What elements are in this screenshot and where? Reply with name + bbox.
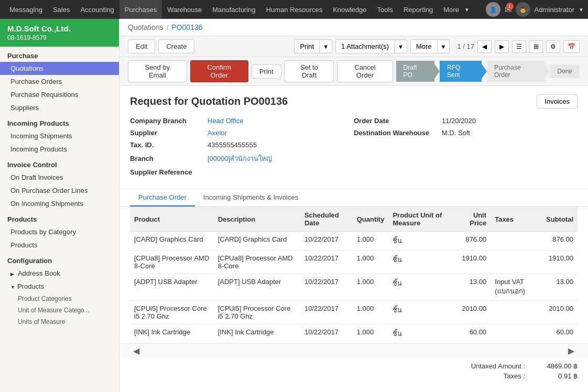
sidebar-item-po-lines[interactable]: On Purchase Order Lines: [0, 184, 119, 197]
tab-incoming-shipments[interactable]: Incoming Shipments & Invoices: [195, 189, 307, 206]
supplier-value[interactable]: Axelor: [208, 129, 227, 137]
admin-label[interactable]: Administrator: [535, 6, 575, 14]
profile-avatar[interactable]: 👨: [516, 2, 530, 17]
branch-label: Branch: [130, 155, 203, 162]
confirm-order-button[interactable]: Confirm Order: [190, 60, 248, 82]
company-branch-value[interactable]: Head Office: [208, 117, 243, 125]
sidebar-item-incoming-shipments[interactable]: Incoming Shipments: [0, 129, 119, 143]
attachment-dropdown[interactable]: 1 Attachment(s) ▼: [335, 39, 407, 53]
cell-subtotal-1: 1910.00: [542, 251, 578, 274]
sidebar-item-quotations[interactable]: Quotations: [0, 62, 119, 75]
table-row[interactable]: [CPUa8] Processor AMD 8-Core [CPUa8] Pro…: [130, 251, 578, 274]
nav-item-manufacturing[interactable]: Manufacturing: [207, 0, 260, 19]
sidebar-item-incoming-products[interactable]: Incoming Products: [0, 143, 119, 156]
attachment-arrow-button[interactable]: ▼: [395, 41, 407, 52]
sidebar-item-uom-categ[interactable]: Unit of Measure Catego...: [0, 304, 119, 316]
tab-purchase-order[interactable]: Purchase Order: [130, 189, 195, 206]
send-by-email-button[interactable]: Send by Email: [128, 60, 187, 82]
sidebar-item-products[interactable]: Products: [0, 238, 119, 252]
cell-price-4: 60.00: [453, 324, 491, 343]
table-row[interactable]: [ADPT] USB Adapter [ADPT] USB Adapter 10…: [130, 274, 578, 301]
cell-price-1: 1910.00: [453, 251, 491, 274]
set-to-draft-button[interactable]: Set to Draft: [285, 60, 334, 82]
branch-value[interactable]: [00000]สำนักงานใหญ่: [208, 153, 272, 164]
sidebar-item-products-config[interactable]: ▼Products: [0, 280, 119, 293]
cancel-order-button[interactable]: Cancel Order: [337, 60, 393, 82]
nav-item-hr[interactable]: Human Resources: [261, 0, 328, 19]
more-button[interactable]: More: [411, 40, 438, 53]
nav-item-accounting[interactable]: Accounting: [75, 0, 119, 19]
form-title: Request for Quotation PO00136: [130, 95, 288, 107]
nav-item-messaging[interactable]: Messaging: [4, 0, 48, 19]
page-info: 1 / 17: [457, 42, 474, 50]
mail-icon-wrap[interactable]: ✉ 1: [505, 5, 511, 15]
settings-view-button[interactable]: ⚙: [546, 40, 560, 53]
nav-item-more[interactable]: More: [438, 0, 464, 19]
form-row-order-date: Order Date 11/20/2020: [354, 117, 578, 125]
sidebar-item-address-book[interactable]: ▶ Address Book: [0, 267, 119, 280]
card-view-button[interactable]: ⊞: [529, 40, 543, 53]
table-row[interactable]: [CPUi5] Processor Core i5 2.70 Ghz [CPUi…: [130, 301, 578, 324]
calendar-view-button[interactable]: 📅: [563, 40, 580, 53]
pipeline-step-purchase-order[interactable]: Purchase Order: [487, 61, 545, 82]
table-row[interactable]: [CARD] Graphics Card [CARD] Graphics Car…: [130, 232, 578, 251]
print-arrow-button[interactable]: ▼: [320, 41, 332, 52]
cell-desc-3: [CPUi5] Processor Core i5 2.70 Ghz: [214, 301, 300, 324]
breadcrumb: Quotations / PO00136: [119, 19, 588, 36]
nav-item-knowledge[interactable]: Knowledge: [328, 0, 372, 19]
untaxed-label: Untaxed Amount :: [457, 362, 525, 370]
prev-page-button[interactable]: ◀: [477, 40, 492, 53]
invoices-button[interactable]: Invoices: [537, 94, 578, 108]
nav-item-sales[interactable]: Sales: [48, 0, 75, 19]
edit-button[interactable]: Edit: [128, 39, 155, 53]
cell-product-4: [INK] Ink Cartridge: [130, 324, 214, 343]
scroll-right-arrow[interactable]: ▶: [565, 346, 578, 356]
company-phone: 08-1619-8579: [7, 34, 112, 41]
breadcrumb-parent[interactable]: Quotations: [128, 23, 164, 31]
sidebar-item-suppliers[interactable]: Suppliers: [0, 101, 119, 114]
order-table: Product Description Scheduled Date Quant…: [130, 207, 578, 343]
nav-item-more-arrow: ▼: [464, 7, 470, 13]
sidebar-item-draft-invoices[interactable]: On Draft Invoices: [0, 171, 119, 184]
cell-desc-0: [CARD] Graphics Card: [214, 232, 300, 251]
attachment-button[interactable]: 1 Attachment(s): [336, 40, 395, 53]
cell-uom-1: ชิ้น: [388, 251, 453, 274]
table-scroll-bar[interactable]: ◀ ▶: [119, 343, 588, 358]
print-action-button[interactable]: Print: [252, 64, 281, 79]
create-button[interactable]: Create: [158, 39, 194, 53]
nav-item-reporting[interactable]: Reporting: [398, 0, 438, 19]
cell-desc-2: [ADPT] USB Adapter: [214, 274, 300, 301]
sidebar-item-purchase-requisitions[interactable]: Purchase Requisitions: [0, 88, 119, 101]
user-avatar: 👤: [486, 2, 500, 17]
sidebar-item-products-by-category[interactable]: Products by Category: [0, 225, 119, 238]
taxid-value: 4355555455555: [208, 141, 257, 149]
tabs-bar: Purchase Order Incoming Shipments & Invo…: [119, 189, 588, 207]
pipeline-step-rfq-sent[interactable]: RFQ Sent: [440, 61, 482, 82]
sidebar-item-purchase-orders[interactable]: Purchase Orders: [0, 75, 119, 88]
sidebar-item-incoming-shipments-inv[interactable]: On Incoming Shipments: [0, 197, 119, 210]
form-row-supplier: Supplier Axelor: [130, 129, 354, 137]
sidebar-item-uom[interactable]: Units of Measure: [0, 316, 119, 328]
print-button[interactable]: Print: [295, 40, 320, 53]
order-date-value: 11/20/2020: [442, 117, 476, 125]
nav-item-tools[interactable]: Tools: [372, 0, 398, 19]
nav-item-purchases[interactable]: Purchases: [119, 0, 162, 19]
next-page-button[interactable]: ▶: [495, 40, 509, 53]
form-row-supplier-ref: Supplier Reference: [130, 168, 354, 176]
more-dropdown[interactable]: More ▼: [410, 39, 450, 53]
pipeline-step-done[interactable]: Done: [550, 64, 580, 78]
cell-desc-4: [INK] Ink Cartridge: [214, 324, 300, 343]
nav-item-warehouse[interactable]: Warehouse: [162, 0, 207, 19]
form-row-branch: Branch [00000]สำนักงานใหญ่: [130, 153, 354, 164]
pipeline-step-draft[interactable]: Draft PO: [396, 61, 434, 82]
col-quantity: Quantity: [353, 207, 389, 232]
list-view-button[interactable]: ☰: [512, 40, 526, 53]
print-dropdown[interactable]: Print ▼: [294, 39, 332, 53]
supplier-ref-label: Supplier Reference: [130, 168, 203, 176]
more-arrow-button[interactable]: ▼: [438, 41, 450, 52]
sidebar-section-incoming: Incoming Products Incoming Shipments Inc…: [0, 114, 119, 156]
table-row[interactable]: [INK] Ink Cartridge [INK] Ink Cartridge …: [130, 324, 578, 343]
taxid-label: Tax. ID.: [130, 141, 203, 149]
sidebar-item-product-categories[interactable]: Product Categories: [0, 293, 119, 304]
scroll-left-arrow[interactable]: ◀: [130, 346, 143, 356]
